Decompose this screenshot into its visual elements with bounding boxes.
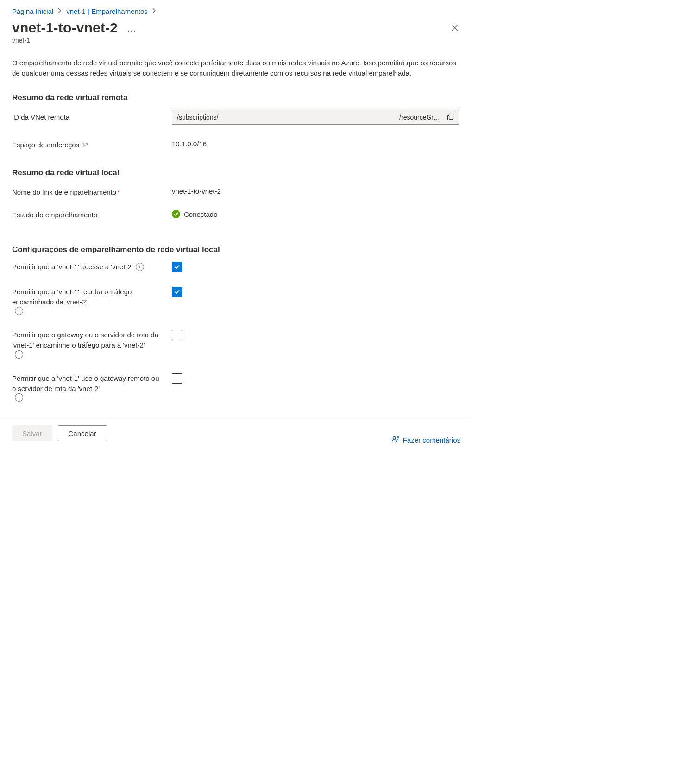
- setting-label: Permitir que a 'vnet-1' receba o tráfego…: [12, 287, 172, 316]
- breadcrumb-parent[interactable]: vnet-1 | Emparelhamentos: [66, 7, 148, 15]
- info-icon[interactable]: i: [15, 350, 23, 359]
- remote-section-title: Resumo da rede virtual remota: [12, 93, 460, 102]
- setting-label: Permitir que a 'vnet-1' acesse a 'vnet-2…: [12, 262, 172, 272]
- info-icon[interactable]: i: [136, 263, 144, 271]
- peering-state-value: Conectado: [184, 210, 218, 218]
- remote-addr-value: 10.1.0.0/16: [172, 138, 460, 148]
- info-icon[interactable]: i: [15, 307, 23, 315]
- feedback-icon: [391, 436, 400, 444]
- setting-row: Permitir que a 'vnet-1' receba o tráfego…: [12, 287, 460, 316]
- chevron-right-icon: [58, 8, 62, 15]
- local-section-title: Resumo da rede virtual local: [12, 168, 460, 177]
- peering-state-label: Estado do emparelhamento: [12, 208, 172, 220]
- setting-row: Permitir que a 'vnet-1' use o gateway re…: [12, 373, 460, 402]
- setting-checkbox[interactable]: [172, 287, 182, 297]
- svg-point-1: [393, 437, 395, 439]
- setting-checkbox[interactable]: [172, 330, 182, 340]
- link-name-label: Nome do link de emparelhamento*: [12, 185, 172, 197]
- peering-settings-section: Configurações de emparelhamento de rede …: [12, 245, 460, 402]
- setting-label: Permitir que o gateway ou o servidor de …: [12, 330, 172, 359]
- remote-vnet-section: Resumo da rede virtual remota ID da VNet…: [12, 93, 460, 150]
- local-vnet-section: Resumo da rede virtual local Nome do lin…: [12, 168, 460, 220]
- page-subtitle: vnet-1: [12, 37, 460, 44]
- page-title: vnet-1-to-vnet-2: [12, 20, 118, 36]
- info-icon[interactable]: i: [15, 393, 23, 402]
- save-button: Salvar: [12, 425, 52, 441]
- setting-checkbox[interactable]: [172, 262, 182, 272]
- close-button[interactable]: [449, 22, 460, 33]
- success-icon: [172, 210, 180, 218]
- more-actions-button[interactable]: ···: [127, 25, 136, 36]
- link-name-value: vnet-1-to-vnet-2: [172, 185, 460, 195]
- copy-button[interactable]: [443, 110, 459, 125]
- remote-id-value-right: /resourceGr…: [399, 114, 443, 121]
- remote-id-value-left: /subscriptions/: [172, 114, 223, 121]
- svg-rect-0: [449, 114, 453, 119]
- settings-section-title: Configurações de emparelhamento de rede …: [12, 245, 460, 254]
- breadcrumb-home[interactable]: Página Inicial: [12, 7, 53, 15]
- setting-row: Permitir que a 'vnet-1' acesse a 'vnet-2…: [12, 262, 460, 272]
- remote-id-label: ID da VNet remota: [12, 110, 172, 122]
- cancel-button[interactable]: Cancelar: [58, 425, 107, 441]
- footer-bar: Salvar Cancelar Fazer comentários: [0, 417, 472, 448]
- remote-id-value-box: /subscriptions/ /resourceGr…: [172, 110, 459, 125]
- breadcrumb: Página Inicial vnet-1 | Emparelhamentos: [12, 7, 460, 15]
- chevron-right-icon: [152, 8, 156, 15]
- setting-checkbox[interactable]: [172, 373, 182, 384]
- page-description: O emparelhamento de rede virtual permite…: [12, 58, 457, 78]
- setting-label: Permitir que a 'vnet-1' use o gateway re…: [12, 373, 172, 402]
- feedback-link[interactable]: Fazer comentários: [391, 436, 460, 444]
- setting-row: Permitir que o gateway ou o servidor de …: [12, 330, 460, 359]
- remote-addr-label: Espaço de endereços IP: [12, 138, 172, 150]
